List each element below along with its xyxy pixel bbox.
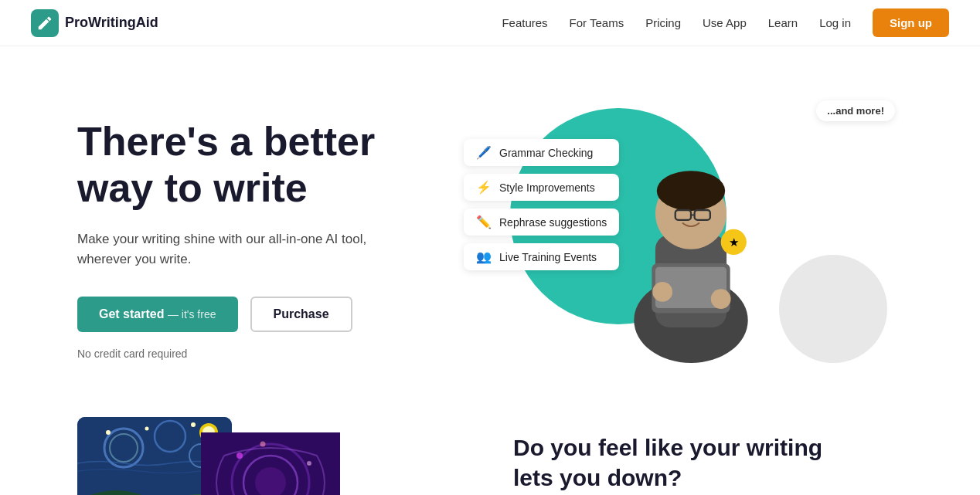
no-credit-card-text: No credit card required: [77, 348, 479, 360]
navbar: ProWritingAid Features For Teams Pricing…: [0, 0, 980, 46]
section2-artwork: My idea in my head: [77, 417, 467, 495]
svg-point-30: [236, 453, 243, 459]
pill-rephrase: ✏️ Rephrase suggestions: [464, 209, 619, 236]
section2-title: Do you feel like your writing lets you d…: [513, 432, 838, 493]
logo-text: ProWritingAid: [65, 15, 158, 31]
feature-pills: 🖊️ Grammar Checking ⚡ Style Improvements…: [464, 139, 619, 270]
pill-style: ⚡ Style Improvements: [464, 174, 619, 201]
svg-point-18: [106, 430, 111, 435]
signup-button[interactable]: Sign up: [873, 8, 949, 37]
nav-logo[interactable]: ProWritingAid: [31, 9, 158, 37]
svg-text:★: ★: [729, 236, 739, 249]
nav-links: Features For Teams Pricing Use App Learn…: [502, 8, 949, 37]
artwork-cards: My idea in my head: [77, 417, 340, 495]
section2: My idea in my head Do you feel like your…: [0, 417, 980, 495]
svg-point-10: [711, 289, 731, 309]
get-started-button[interactable]: Get started — it's free: [77, 297, 238, 332]
hero-content: There's a better way to write Make your …: [77, 119, 479, 361]
hero-section: There's a better way to write Make your …: [0, 46, 980, 417]
purchase-button[interactable]: Purchase: [250, 297, 352, 332]
svg-point-31: [307, 461, 311, 466]
pill-training: 👥 Live Training Events: [464, 243, 619, 270]
training-icon: 👥: [476, 249, 492, 264]
section2-text-content: Do you feel like your writing lets you d…: [513, 417, 903, 495]
svg-point-3: [657, 171, 725, 211]
svg-point-9: [652, 282, 672, 302]
grey-circle-decoration: [779, 255, 887, 363]
nav-link-features[interactable]: Features: [502, 16, 547, 29]
nav-link-login[interactable]: Log in: [819, 16, 851, 29]
rephrase-icon: ✏️: [476, 215, 492, 229]
svg-point-32: [260, 442, 266, 447]
nav-link-use-app[interactable]: Use App: [703, 16, 747, 29]
nav-link-pricing[interactable]: Pricing: [645, 16, 681, 29]
hero-subtitle: Make your writing shine with our all-in-…: [77, 229, 402, 269]
svg-point-20: [191, 422, 196, 427]
hero-actions: Get started — it's free Purchase: [77, 297, 479, 332]
logo-icon: [31, 9, 59, 37]
style-icon: ⚡: [476, 180, 492, 195]
pill-training-label: Live Training Events: [499, 251, 597, 263]
svg-point-19: [145, 427, 149, 431]
person-illustration: ★: [606, 93, 776, 363]
pill-grammar: 🖊️ Grammar Checking: [464, 139, 619, 166]
pill-rephrase-label: Rephrase suggestions: [499, 216, 607, 229]
grammar-icon: 🖊️: [476, 145, 492, 160]
pill-style-label: Style Improvements: [499, 181, 595, 194]
and-more-badge: ...and more!: [816, 100, 895, 121]
logo-svg: [36, 15, 53, 32]
nav-link-learn[interactable]: Learn: [768, 16, 798, 29]
hero-illustration: ...and more! ★: [479, 93, 903, 386]
artwork-card-2: [201, 432, 340, 495]
pill-grammar-label: Grammar Checking: [499, 147, 593, 159]
nav-link-for-teams[interactable]: For Teams: [570, 16, 624, 29]
hero-title: There's a better way to write: [77, 119, 479, 212]
